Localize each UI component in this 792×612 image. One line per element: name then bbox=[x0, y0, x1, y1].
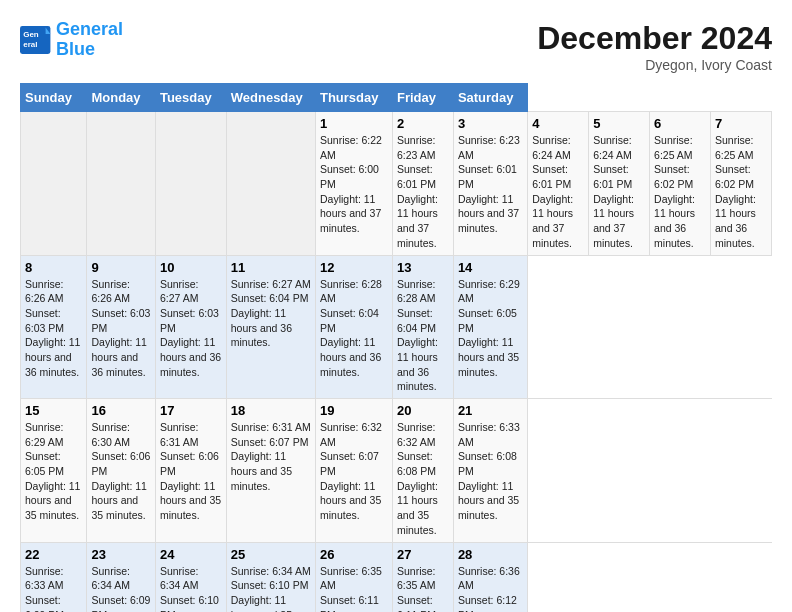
col-friday: Friday bbox=[392, 84, 453, 112]
day-number: 25 bbox=[231, 547, 311, 562]
day-info: Sunrise: 6:28 AMSunset: 6:04 PMDaylight:… bbox=[320, 277, 388, 380]
day-number: 14 bbox=[458, 260, 523, 275]
calendar-cell: 13Sunrise: 6:28 AMSunset: 6:04 PMDayligh… bbox=[392, 255, 453, 399]
calendar-cell: 1Sunrise: 6:22 AMSunset: 6:00 PMDaylight… bbox=[315, 112, 392, 256]
day-info: Sunrise: 6:29 AMSunset: 6:05 PMDaylight:… bbox=[458, 277, 523, 380]
day-info: Sunrise: 6:36 AMSunset: 6:12 PMDaylight:… bbox=[458, 564, 523, 613]
day-number: 4 bbox=[532, 116, 584, 131]
calendar-cell bbox=[21, 112, 87, 256]
calendar-cell: 11Sunrise: 6:27 AMSunset: 6:04 PMDayligh… bbox=[226, 255, 315, 399]
day-number: 22 bbox=[25, 547, 82, 562]
main-title: December 2024 bbox=[537, 20, 772, 57]
day-number: 2 bbox=[397, 116, 449, 131]
day-number: 3 bbox=[458, 116, 523, 131]
day-info: Sunrise: 6:33 AMSunset: 6:09 PMDaylight:… bbox=[25, 564, 82, 613]
calendar-cell: 22Sunrise: 6:33 AMSunset: 6:09 PMDayligh… bbox=[21, 542, 87, 612]
calendar-cell: 17Sunrise: 6:31 AMSunset: 6:06 PMDayligh… bbox=[155, 399, 226, 543]
page-header: Gen eral GeneralBlue December 2024 Dyego… bbox=[20, 20, 772, 73]
location-subtitle: Dyegon, Ivory Coast bbox=[537, 57, 772, 73]
day-info: Sunrise: 6:25 AMSunset: 6:02 PMDaylight:… bbox=[654, 133, 706, 251]
calendar-week-row: 22Sunrise: 6:33 AMSunset: 6:09 PMDayligh… bbox=[21, 542, 772, 612]
day-info: Sunrise: 6:31 AMSunset: 6:06 PMDaylight:… bbox=[160, 420, 222, 523]
calendar-cell: 12Sunrise: 6:28 AMSunset: 6:04 PMDayligh… bbox=[315, 255, 392, 399]
day-number: 1 bbox=[320, 116, 388, 131]
day-info: Sunrise: 6:24 AMSunset: 6:01 PMDaylight:… bbox=[532, 133, 584, 251]
calendar-cell: 3Sunrise: 6:23 AMSunset: 6:01 PMDaylight… bbox=[453, 112, 527, 256]
day-number: 5 bbox=[593, 116, 645, 131]
day-number: 28 bbox=[458, 547, 523, 562]
day-number: 7 bbox=[715, 116, 767, 131]
day-number: 6 bbox=[654, 116, 706, 131]
day-number: 9 bbox=[91, 260, 150, 275]
header-row: Sunday Monday Tuesday Wednesday Thursday… bbox=[21, 84, 772, 112]
col-tuesday: Tuesday bbox=[155, 84, 226, 112]
calendar-cell: 18Sunrise: 6:31 AMSunset: 6:07 PMDayligh… bbox=[226, 399, 315, 543]
calendar-cell: 16Sunrise: 6:30 AMSunset: 6:06 PMDayligh… bbox=[87, 399, 155, 543]
day-info: Sunrise: 6:29 AMSunset: 6:05 PMDaylight:… bbox=[25, 420, 82, 523]
calendar-cell: 4Sunrise: 6:24 AMSunset: 6:01 PMDaylight… bbox=[528, 112, 589, 256]
day-info: Sunrise: 6:28 AMSunset: 6:04 PMDaylight:… bbox=[397, 277, 449, 395]
logo-icon: Gen eral bbox=[20, 26, 52, 54]
calendar-cell bbox=[155, 112, 226, 256]
logo: Gen eral GeneralBlue bbox=[20, 20, 123, 60]
day-info: Sunrise: 6:35 AMSunset: 6:11 PMDaylight:… bbox=[397, 564, 449, 613]
day-number: 11 bbox=[231, 260, 311, 275]
calendar-cell: 23Sunrise: 6:34 AMSunset: 6:09 PMDayligh… bbox=[87, 542, 155, 612]
day-info: Sunrise: 6:30 AMSunset: 6:06 PMDaylight:… bbox=[91, 420, 150, 523]
day-number: 26 bbox=[320, 547, 388, 562]
day-number: 17 bbox=[160, 403, 222, 418]
calendar-cell: 21Sunrise: 6:33 AMSunset: 6:08 PMDayligh… bbox=[453, 399, 527, 543]
col-monday: Monday bbox=[87, 84, 155, 112]
day-info: Sunrise: 6:33 AMSunset: 6:08 PMDaylight:… bbox=[458, 420, 523, 523]
calendar-cell: 27Sunrise: 6:35 AMSunset: 6:11 PMDayligh… bbox=[392, 542, 453, 612]
calendar-cell: 24Sunrise: 6:34 AMSunset: 6:10 PMDayligh… bbox=[155, 542, 226, 612]
day-info: Sunrise: 6:31 AMSunset: 6:07 PMDaylight:… bbox=[231, 420, 311, 493]
day-info: Sunrise: 6:25 AMSunset: 6:02 PMDaylight:… bbox=[715, 133, 767, 251]
day-number: 16 bbox=[91, 403, 150, 418]
calendar-cell: 2Sunrise: 6:23 AMSunset: 6:01 PMDaylight… bbox=[392, 112, 453, 256]
day-info: Sunrise: 6:35 AMSunset: 6:11 PMDaylight:… bbox=[320, 564, 388, 613]
calendar-cell: 28Sunrise: 6:36 AMSunset: 6:12 PMDayligh… bbox=[453, 542, 527, 612]
day-info: Sunrise: 6:27 AMSunset: 6:04 PMDaylight:… bbox=[231, 277, 311, 350]
day-info: Sunrise: 6:34 AMSunset: 6:10 PMDaylight:… bbox=[160, 564, 222, 613]
calendar-cell: 9Sunrise: 6:26 AMSunset: 6:03 PMDaylight… bbox=[87, 255, 155, 399]
title-block: December 2024 Dyegon, Ivory Coast bbox=[537, 20, 772, 73]
day-number: 13 bbox=[397, 260, 449, 275]
calendar-cell: 15Sunrise: 6:29 AMSunset: 6:05 PMDayligh… bbox=[21, 399, 87, 543]
calendar-cell: 19Sunrise: 6:32 AMSunset: 6:07 PMDayligh… bbox=[315, 399, 392, 543]
day-info: Sunrise: 6:32 AMSunset: 6:07 PMDaylight:… bbox=[320, 420, 388, 523]
day-number: 12 bbox=[320, 260, 388, 275]
calendar-table: Sunday Monday Tuesday Wednesday Thursday… bbox=[20, 83, 772, 612]
day-info: Sunrise: 6:23 AMSunset: 6:01 PMDaylight:… bbox=[458, 133, 523, 236]
calendar-cell: 26Sunrise: 6:35 AMSunset: 6:11 PMDayligh… bbox=[315, 542, 392, 612]
calendar-header: Sunday Monday Tuesday Wednesday Thursday… bbox=[21, 84, 772, 112]
logo-text: GeneralBlue bbox=[56, 20, 123, 60]
col-thursday: Thursday bbox=[315, 84, 392, 112]
day-number: 15 bbox=[25, 403, 82, 418]
day-info: Sunrise: 6:32 AMSunset: 6:08 PMDaylight:… bbox=[397, 420, 449, 538]
col-sunday: Sunday bbox=[21, 84, 87, 112]
day-number: 27 bbox=[397, 547, 449, 562]
day-info: Sunrise: 6:26 AMSunset: 6:03 PMDaylight:… bbox=[25, 277, 82, 380]
day-number: 19 bbox=[320, 403, 388, 418]
calendar-cell: 14Sunrise: 6:29 AMSunset: 6:05 PMDayligh… bbox=[453, 255, 527, 399]
calendar-week-row: 8Sunrise: 6:26 AMSunset: 6:03 PMDaylight… bbox=[21, 255, 772, 399]
calendar-week-row: 1Sunrise: 6:22 AMSunset: 6:00 PMDaylight… bbox=[21, 112, 772, 256]
day-number: 10 bbox=[160, 260, 222, 275]
day-info: Sunrise: 6:23 AMSunset: 6:01 PMDaylight:… bbox=[397, 133, 449, 251]
day-info: Sunrise: 6:26 AMSunset: 6:03 PMDaylight:… bbox=[91, 277, 150, 380]
calendar-cell: 10Sunrise: 6:27 AMSunset: 6:03 PMDayligh… bbox=[155, 255, 226, 399]
svg-text:eral: eral bbox=[23, 40, 37, 49]
col-saturday: Saturday bbox=[453, 84, 527, 112]
day-info: Sunrise: 6:34 AMSunset: 6:10 PMDaylight:… bbox=[231, 564, 311, 613]
day-number: 21 bbox=[458, 403, 523, 418]
calendar-cell: 25Sunrise: 6:34 AMSunset: 6:10 PMDayligh… bbox=[226, 542, 315, 612]
col-wednesday: Wednesday bbox=[226, 84, 315, 112]
calendar-cell: 6Sunrise: 6:25 AMSunset: 6:02 PMDaylight… bbox=[650, 112, 711, 256]
day-number: 18 bbox=[231, 403, 311, 418]
calendar-cell: 5Sunrise: 6:24 AMSunset: 6:01 PMDaylight… bbox=[589, 112, 650, 256]
calendar-cell bbox=[87, 112, 155, 256]
day-number: 23 bbox=[91, 547, 150, 562]
day-number: 8 bbox=[25, 260, 82, 275]
day-info: Sunrise: 6:24 AMSunset: 6:01 PMDaylight:… bbox=[593, 133, 645, 251]
